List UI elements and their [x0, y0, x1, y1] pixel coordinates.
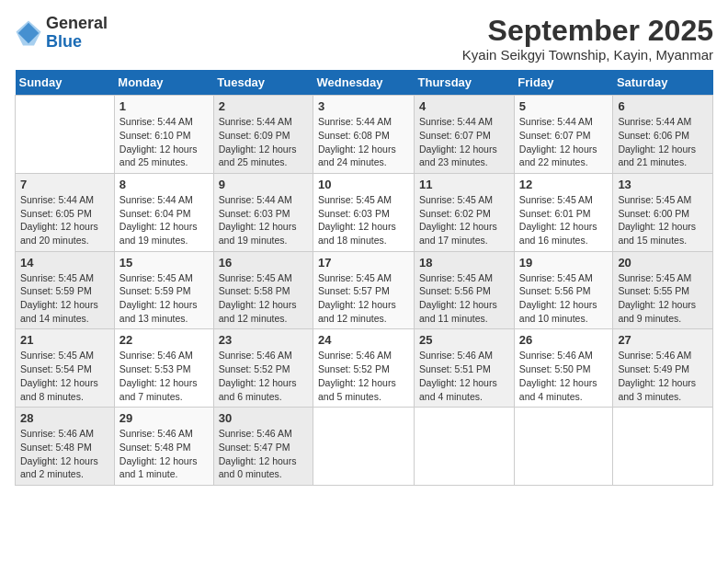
day-number: 18 — [419, 256, 509, 270]
week-row-2: 7Sunrise: 5:44 AMSunset: 6:05 PMDaylight… — [16, 173, 713, 251]
day-number: 19 — [519, 256, 609, 270]
day-number: 22 — [119, 333, 209, 347]
page-header: General Blue September 2025 Kyain Seikgy… — [15, 15, 713, 63]
calendar-cell: 5Sunrise: 5:44 AMSunset: 6:07 PMDaylight… — [514, 96, 613, 174]
day-number: 26 — [519, 333, 609, 347]
month-title: September 2025 — [462, 15, 713, 47]
day-number: 9 — [219, 178, 308, 191]
day-number: 6 — [618, 99, 708, 113]
day-info: Sunrise: 5:45 AMSunset: 5:58 PMDaylight:… — [219, 271, 308, 326]
calendar-cell: 10Sunrise: 5:45 AMSunset: 6:03 PMDayligh… — [313, 173, 415, 251]
calendar-header: SundayMondayTuesdayWednesdayThursdayFrid… — [16, 70, 713, 96]
calendar-cell: 18Sunrise: 5:45 AMSunset: 5:56 PMDayligh… — [415, 251, 515, 329]
logo: General Blue — [15, 15, 108, 52]
day-info: Sunrise: 5:45 AMSunset: 5:56 PMDaylight:… — [419, 271, 509, 326]
day-number: 27 — [618, 333, 708, 347]
day-info: Sunrise: 5:45 AMSunset: 5:56 PMDaylight:… — [519, 271, 609, 326]
day-info: Sunrise: 5:45 AMSunset: 6:01 PMDaylight:… — [519, 193, 609, 247]
week-row-1: 1Sunrise: 5:44 AMSunset: 6:10 PMDaylight… — [16, 96, 713, 174]
day-info: Sunrise: 5:44 AMSunset: 6:07 PMDaylight:… — [419, 115, 509, 169]
day-number: 17 — [318, 256, 409, 270]
day-info: Sunrise: 5:44 AMSunset: 6:10 PMDaylight:… — [119, 115, 209, 169]
day-info: Sunrise: 5:44 AMSunset: 6:03 PMDaylight:… — [219, 193, 308, 247]
calendar-cell: 23Sunrise: 5:46 AMSunset: 5:52 PMDayligh… — [213, 329, 313, 408]
header-cell-sunday: Sunday — [16, 70, 115, 96]
calendar-cell: 25Sunrise: 5:46 AMSunset: 5:51 PMDayligh… — [415, 329, 515, 408]
header-cell-friday: Friday — [514, 70, 613, 96]
day-number: 24 — [318, 333, 409, 347]
day-number: 13 — [618, 178, 708, 191]
calendar-cell: 9Sunrise: 5:44 AMSunset: 6:03 PMDaylight… — [213, 173, 313, 251]
header-cell-tuesday: Tuesday — [213, 70, 313, 96]
day-info: Sunrise: 5:46 AMSunset: 5:48 PMDaylight:… — [119, 427, 209, 481]
day-info: Sunrise: 5:46 AMSunset: 5:49 PMDaylight:… — [618, 349, 708, 403]
calendar-cell: 4Sunrise: 5:44 AMSunset: 6:07 PMDaylight… — [415, 96, 515, 174]
day-number: 14 — [20, 256, 109, 270]
day-number: 8 — [119, 178, 209, 191]
calendar-cell: 7Sunrise: 5:44 AMSunset: 6:05 PMDaylight… — [16, 173, 115, 251]
day-number: 3 — [318, 99, 409, 113]
day-info: Sunrise: 5:46 AMSunset: 5:52 PMDaylight:… — [318, 349, 409, 403]
day-info: Sunrise: 5:46 AMSunset: 5:52 PMDaylight:… — [219, 349, 308, 403]
calendar-cell: 16Sunrise: 5:45 AMSunset: 5:58 PMDayligh… — [213, 251, 313, 329]
day-info: Sunrise: 5:45 AMSunset: 6:02 PMDaylight:… — [419, 193, 509, 247]
calendar-cell: 2Sunrise: 5:44 AMSunset: 6:09 PMDaylight… — [213, 96, 313, 174]
calendar-cell: 14Sunrise: 5:45 AMSunset: 5:59 PMDayligh… — [16, 251, 115, 329]
calendar-cell: 29Sunrise: 5:46 AMSunset: 5:48 PMDayligh… — [114, 408, 213, 486]
calendar-cell: 12Sunrise: 5:45 AMSunset: 6:01 PMDayligh… — [514, 173, 613, 251]
location-subtitle: Kyain Seikgyi Township, Kayin, Myanmar — [462, 47, 713, 63]
day-info: Sunrise: 5:46 AMSunset: 5:51 PMDaylight:… — [419, 349, 509, 403]
day-number: 5 — [519, 99, 609, 113]
calendar-cell: 15Sunrise: 5:45 AMSunset: 5:59 PMDayligh… — [114, 251, 213, 329]
calendar-cell: 13Sunrise: 5:45 AMSunset: 6:00 PMDayligh… — [613, 173, 713, 251]
day-info: Sunrise: 5:44 AMSunset: 6:06 PMDaylight:… — [618, 115, 708, 169]
calendar-cell: 22Sunrise: 5:46 AMSunset: 5:53 PMDayligh… — [114, 329, 213, 408]
day-info: Sunrise: 5:46 AMSunset: 5:50 PMDaylight:… — [519, 349, 609, 403]
calendar-cell: 30Sunrise: 5:46 AMSunset: 5:47 PMDayligh… — [213, 408, 313, 486]
calendar-cell: 28Sunrise: 5:46 AMSunset: 5:48 PMDayligh… — [16, 408, 115, 486]
day-info: Sunrise: 5:45 AMSunset: 5:57 PMDaylight:… — [318, 271, 409, 326]
calendar-cell: 26Sunrise: 5:46 AMSunset: 5:50 PMDayligh… — [514, 329, 613, 408]
day-number: 25 — [419, 333, 509, 347]
calendar-cell — [613, 408, 713, 486]
day-number: 10 — [318, 178, 409, 191]
calendar-cell — [313, 408, 415, 486]
header-row: SundayMondayTuesdayWednesdayThursdayFrid… — [16, 70, 713, 96]
header-cell-monday: Monday — [114, 70, 213, 96]
week-row-4: 21Sunrise: 5:45 AMSunset: 5:54 PMDayligh… — [16, 329, 713, 408]
calendar-cell: 21Sunrise: 5:45 AMSunset: 5:54 PMDayligh… — [16, 329, 115, 408]
day-info: Sunrise: 5:44 AMSunset: 6:07 PMDaylight:… — [519, 115, 609, 169]
day-number: 11 — [419, 178, 509, 191]
day-number: 2 — [219, 99, 308, 113]
day-number: 15 — [119, 256, 209, 270]
day-info: Sunrise: 5:45 AMSunset: 5:55 PMDaylight:… — [618, 271, 708, 326]
day-info: Sunrise: 5:44 AMSunset: 6:05 PMDaylight:… — [20, 193, 109, 247]
week-row-5: 28Sunrise: 5:46 AMSunset: 5:48 PMDayligh… — [16, 408, 713, 486]
header-cell-saturday: Saturday — [613, 70, 713, 96]
calendar-body: 1Sunrise: 5:44 AMSunset: 6:10 PMDaylight… — [16, 96, 713, 486]
calendar-cell — [16, 96, 115, 174]
day-info: Sunrise: 5:45 AMSunset: 6:00 PMDaylight:… — [618, 193, 708, 247]
calendar-cell — [415, 408, 515, 486]
calendar-cell: 11Sunrise: 5:45 AMSunset: 6:02 PMDayligh… — [415, 173, 515, 251]
day-info: Sunrise: 5:46 AMSunset: 5:48 PMDaylight:… — [20, 427, 109, 481]
day-number: 21 — [20, 333, 109, 347]
calendar-cell: 27Sunrise: 5:46 AMSunset: 5:49 PMDayligh… — [613, 329, 713, 408]
logo-icon — [15, 19, 42, 47]
header-cell-thursday: Thursday — [415, 70, 515, 96]
week-row-3: 14Sunrise: 5:45 AMSunset: 5:59 PMDayligh… — [16, 251, 713, 329]
day-info: Sunrise: 5:44 AMSunset: 6:08 PMDaylight:… — [318, 115, 409, 169]
calendar-cell: 1Sunrise: 5:44 AMSunset: 6:10 PMDaylight… — [114, 96, 213, 174]
logo-blue-text: Blue — [46, 32, 82, 51]
day-info: Sunrise: 5:45 AMSunset: 5:59 PMDaylight:… — [20, 271, 109, 326]
calendar-cell — [514, 408, 613, 486]
day-number: 12 — [519, 178, 609, 191]
header-cell-wednesday: Wednesday — [313, 70, 415, 96]
calendar-cell: 6Sunrise: 5:44 AMSunset: 6:06 PMDaylight… — [613, 96, 713, 174]
calendar-cell: 3Sunrise: 5:44 AMSunset: 6:08 PMDaylight… — [313, 96, 415, 174]
day-info: Sunrise: 5:45 AMSunset: 6:03 PMDaylight:… — [318, 193, 409, 247]
day-info: Sunrise: 5:46 AMSunset: 5:53 PMDaylight:… — [119, 349, 209, 403]
calendar-cell: 19Sunrise: 5:45 AMSunset: 5:56 PMDayligh… — [514, 251, 613, 329]
calendar-table: SundayMondayTuesdayWednesdayThursdayFrid… — [15, 70, 713, 486]
day-number: 1 — [119, 99, 209, 113]
